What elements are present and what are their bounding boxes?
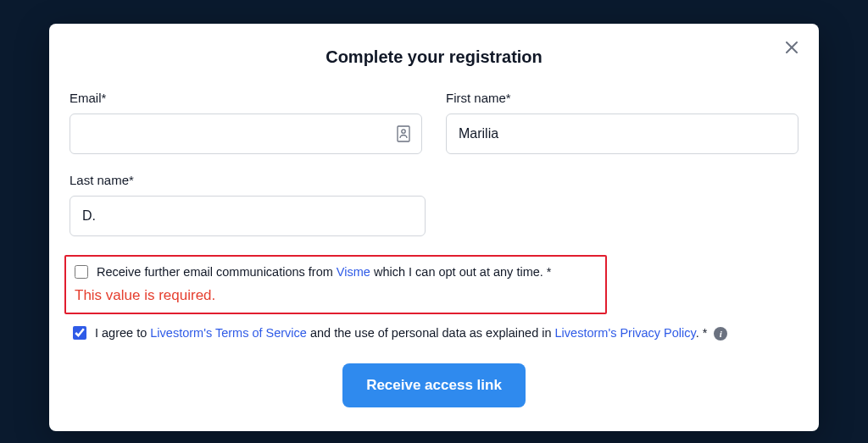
last-name-label: Last name* <box>70 173 426 187</box>
svg-rect-2 <box>398 126 409 141</box>
visme-link[interactable]: Visme <box>337 265 370 279</box>
first-name-input[interactable] <box>446 114 798 154</box>
terms-text-after: . * <box>696 326 708 340</box>
tos-link[interactable]: Livestorm's Terms of Service <box>150 326 307 340</box>
submit-button[interactable]: Receive access link <box>342 363 526 407</box>
marketing-text-after: which I can opt out at any time. * <box>370 265 552 279</box>
last-name-input[interactable] <box>70 196 426 236</box>
marketing-consent-error-box: Receive further email communications fro… <box>64 255 607 314</box>
terms-text-before: I agree to <box>95 326 150 340</box>
svg-point-3 <box>402 130 405 133</box>
close-icon <box>786 42 798 53</box>
terms-consent-checkbox[interactable] <box>73 326 86 340</box>
marketing-error-message: This value is required. <box>75 287 597 304</box>
terms-text-mid: and the use of personal data as explaine… <box>307 326 555 340</box>
marketing-text-before: Receive further email communications fro… <box>97 265 337 279</box>
email-input[interactable] <box>70 114 422 154</box>
marketing-consent-checkbox[interactable] <box>75 265 88 279</box>
close-button[interactable] <box>783 39 800 56</box>
email-label: Email* <box>70 91 422 105</box>
info-icon[interactable]: i <box>714 327 727 341</box>
registration-modal: Complete your registration Email* First … <box>49 24 819 431</box>
modal-title: Complete your registration <box>70 47 798 67</box>
privacy-link[interactable]: Livestorm's Privacy Policy <box>555 326 696 340</box>
contact-card-icon <box>397 125 410 142</box>
first-name-label: First name* <box>446 91 798 105</box>
marketing-consent-text: Receive further email communications fro… <box>97 263 597 282</box>
terms-consent-text: I agree to Livestorm's Terms of Service … <box>95 324 798 343</box>
